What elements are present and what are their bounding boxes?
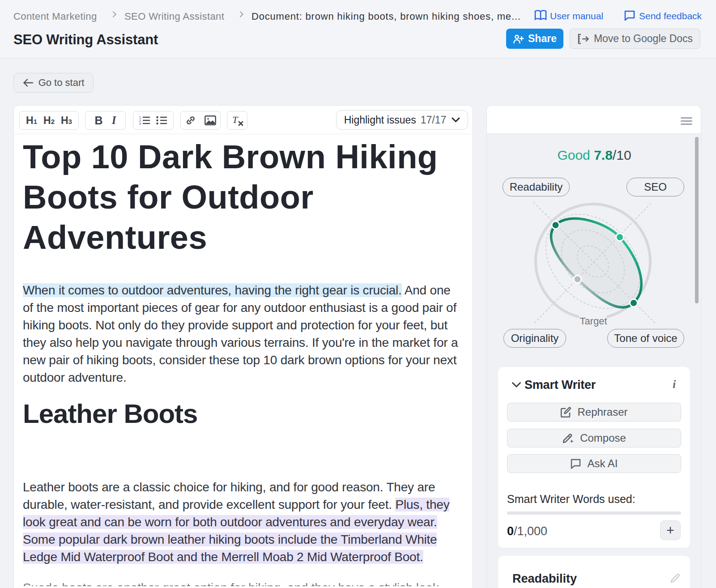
svg-text:T: T xyxy=(232,115,239,125)
svg-text:2: 2 xyxy=(139,119,141,122)
svg-text:1: 1 xyxy=(139,116,141,119)
svg-text:3: 3 xyxy=(139,122,141,125)
